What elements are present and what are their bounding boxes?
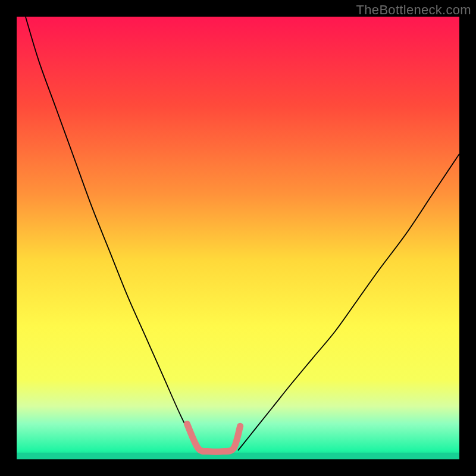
chart-frame: TheBottleneck.com <box>0 0 476 476</box>
bottleneck-curve-chart <box>17 17 459 459</box>
plot-area <box>17 17 459 459</box>
bottom-green-band <box>17 453 459 459</box>
watermark-text: TheBottleneck.com <box>356 2 471 18</box>
gradient-background <box>17 17 459 459</box>
